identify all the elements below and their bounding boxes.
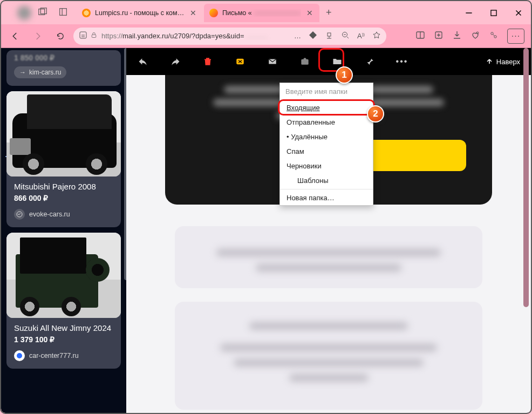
email-paragraph bbox=[175, 226, 482, 288]
tab-close-button[interactable]: ✕ bbox=[189, 9, 197, 17]
svg-rect-5 bbox=[92, 35, 96, 37]
profile-avatar[interactable] bbox=[17, 6, 31, 20]
folder-item-drafts[interactable]: Черновики bbox=[280, 159, 373, 173]
tracking-icon[interactable] bbox=[309, 31, 317, 41]
url-text: https://mail.yandex.ru/u2709/?dpda=yes&u… bbox=[101, 32, 290, 40]
privacy-icon[interactable]: … bbox=[294, 32, 301, 40]
spam-button[interactable] bbox=[234, 56, 246, 67]
ad-price: 866 000 ₽ bbox=[14, 194, 113, 202]
reply-button[interactable] bbox=[137, 56, 149, 67]
tab-background[interactable]: Lumpics.ru - помощь с компьют ✕ bbox=[77, 4, 203, 22]
scroll-to-top-button[interactable]: Наверх bbox=[486, 58, 520, 66]
svg-rect-0 bbox=[491, 10, 496, 15]
split-screen-icon[interactable] bbox=[415, 30, 425, 42]
ad-site-link[interactable]: car-center777.ru bbox=[6, 350, 121, 361]
collections-icon[interactable] bbox=[434, 30, 444, 42]
folder-item-deleted[interactable]: Удалённые bbox=[280, 130, 373, 144]
vertical-tabs-icon[interactable] bbox=[58, 7, 68, 19]
window-minimize-button[interactable] bbox=[456, 1, 481, 24]
read-aloud-icon[interactable]: A)) bbox=[357, 32, 365, 40]
favicon-icon bbox=[209, 9, 218, 17]
folder-item-new-folder[interactable]: Новая папка… bbox=[280, 191, 373, 205]
favorite-icon[interactable] bbox=[372, 31, 381, 41]
forward-button[interactable] bbox=[28, 26, 47, 46]
extension-icon[interactable] bbox=[489, 30, 499, 42]
pin-button[interactable] bbox=[364, 56, 376, 67]
ad-photo bbox=[6, 91, 121, 177]
svg-point-14 bbox=[17, 353, 22, 358]
favicon-icon bbox=[82, 9, 91, 17]
back-button[interactable] bbox=[5, 26, 25, 46]
folder-item-templates[interactable]: Шаблоны bbox=[280, 173, 373, 188]
annotation-highlight-inbox bbox=[278, 99, 375, 116]
tab-close-button[interactable]: ✕ bbox=[305, 9, 314, 17]
svg-point-18 bbox=[304, 58, 306, 60]
mark-read-button[interactable] bbox=[267, 56, 278, 67]
window-scrollbar[interactable] bbox=[522, 48, 530, 409]
folder-item-spam[interactable]: Спам bbox=[280, 144, 373, 159]
share-icon[interactable] bbox=[325, 31, 333, 41]
tab-title: Lumpics.ru - помощь с компьют bbox=[95, 9, 185, 17]
workspaces-icon[interactable] bbox=[38, 7, 47, 19]
app-menu-button[interactable]: ··· bbox=[507, 29, 524, 44]
address-bar: https://mail.yandex.ru/u2709/?dpda=yes&u… bbox=[1, 24, 531, 48]
ad-price: 1 379 100 ₽ bbox=[14, 335, 113, 344]
tab-title: Письмо «——————— bbox=[222, 9, 301, 17]
downloads-icon[interactable] bbox=[452, 30, 462, 42]
ad-title: Mitsubishi Pajero 2008 bbox=[14, 182, 113, 192]
svg-rect-3 bbox=[60, 8, 67, 15]
ad-sidebar: 1 850 000 ₽ →kim-cars.ru РЕКЛАМА ⋮ Mitsu… bbox=[1, 48, 126, 413]
more-actions-button[interactable]: ••• bbox=[396, 56, 408, 67]
page-content: 1 850 000 ₽ →kim-cars.ru РЕКЛАМА ⋮ Mitsu… bbox=[1, 48, 531, 413]
window-close-button[interactable] bbox=[506, 1, 531, 24]
tab-bar: Lumpics.ru - помощь с компьют ✕ Письмо «… bbox=[1, 1, 531, 24]
lock-icon bbox=[91, 32, 97, 40]
extensions-heart-icon[interactable] bbox=[470, 30, 480, 42]
ad-photo bbox=[6, 233, 121, 318]
zoom-icon[interactable] bbox=[341, 31, 350, 41]
ad-site-chip[interactable]: →kim-cars.ru bbox=[14, 66, 66, 78]
site-favicon-icon bbox=[14, 209, 25, 220]
tab-active[interactable]: Письмо «——————— ✕ bbox=[204, 4, 319, 22]
forward-mail-button[interactable] bbox=[169, 56, 181, 67]
ad-site-link[interactable]: evoke-cars.ru bbox=[6, 209, 121, 220]
ad-card-jimny[interactable]: РЕКЛАМА ⋮ Suzuki All New Jimny 2024 1 37… bbox=[6, 233, 121, 369]
new-tab-button[interactable]: + bbox=[320, 5, 337, 21]
ad-card-truncated[interactable]: 1 850 000 ₽ →kim-cars.ru bbox=[6, 50, 121, 86]
annotation-step-2: 2 bbox=[367, 105, 384, 123]
svg-rect-6 bbox=[328, 33, 331, 36]
window-maximize-button[interactable] bbox=[481, 1, 506, 24]
snooze-button[interactable] bbox=[299, 56, 311, 67]
site-favicon-icon bbox=[14, 350, 25, 361]
window-controls bbox=[456, 1, 531, 24]
mail-toolbar: ••• Наверх bbox=[126, 48, 531, 75]
annotation-step-1: 1 bbox=[336, 66, 353, 84]
email-paragraph bbox=[175, 302, 482, 410]
delete-button[interactable] bbox=[202, 56, 214, 67]
ad-card-pajero[interactable]: РЕКЛАМА ⋮ Mitsubishi Pajero 2008 866 000… bbox=[6, 91, 121, 227]
refresh-button[interactable] bbox=[51, 26, 70, 46]
site-info-icon[interactable] bbox=[79, 31, 86, 41]
mail-main: ••• Наверх Введите и bbox=[126, 48, 531, 413]
arrow-right-icon: → bbox=[19, 69, 26, 76]
folder-item-sent[interactable]: Отправленные bbox=[280, 115, 373, 130]
folder-dropdown-menu: Введите имя папки Входящие Отправленные … bbox=[279, 83, 373, 206]
ad-title: Suzuki All New Jimny 2024 bbox=[14, 323, 113, 333]
folder-search-input[interactable]: Введите имя папки bbox=[280, 83, 373, 100]
url-input[interactable]: https://mail.yandex.ru/u2709/?dpda=yes&u… bbox=[73, 28, 386, 45]
ad-price: 1 850 000 ₽ bbox=[14, 53, 113, 62]
